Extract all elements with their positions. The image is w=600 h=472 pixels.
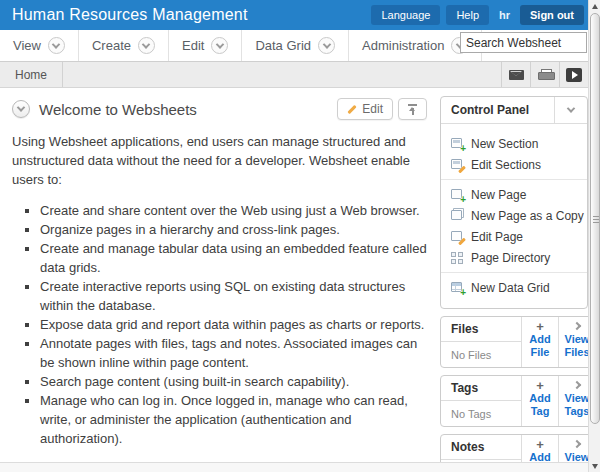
menu-tab-edit[interactable]: Edit: [169, 30, 242, 61]
edit-section-button[interactable]: Edit: [337, 98, 393, 120]
websheet-app: Human Resources Management Language Help…: [0, 0, 600, 472]
print-icon[interactable]: [531, 62, 559, 87]
presentation-icon[interactable]: [560, 62, 588, 87]
new-page-copy-icon: [451, 209, 464, 222]
mail-icon[interactable]: [502, 62, 530, 87]
control-panel-item-edit-page[interactable]: Edit Page: [451, 226, 577, 247]
list-item: Expose data grid and report data within …: [40, 315, 427, 334]
scrollbar-grip: [593, 216, 599, 223]
menu-tab-data-grid[interactable]: Data Grid: [242, 30, 349, 61]
language-button[interactable]: Language: [371, 5, 440, 25]
scrollbar-down-arrow[interactable]: [589, 464, 600, 472]
chevron-right-icon: [573, 440, 581, 448]
chevron-down-icon: [318, 37, 335, 54]
breadcrumb-home[interactable]: Home: [0, 62, 62, 87]
section-intro: Using Websheet applications, end users c…: [12, 132, 427, 189]
notes-panel-title: Notes: [441, 435, 521, 460]
scrollbar-up-arrow[interactable]: [589, 0, 600, 13]
app-title: Human Resources Management: [0, 6, 248, 24]
new-section-icon: [451, 137, 464, 150]
chevron-right-icon: [573, 381, 581, 389]
chevron-right-icon: [573, 322, 581, 330]
list-item: Manage who can log in. Once logged in, m…: [40, 391, 427, 448]
sidebar: Control Panel New Section Edit Sections: [440, 96, 596, 472]
feature-list: Create and share content over the Web us…: [40, 201, 427, 448]
scroll-top-icon: [408, 104, 417, 115]
search-input[interactable]: [460, 32, 587, 53]
section-header: Welcome to Websheets Edit: [12, 96, 427, 122]
scrollbar-thumb[interactable]: [590, 13, 600, 424]
app-header: Human Resources Management Language Help…: [0, 0, 600, 30]
list-item: Create and share content over the Web us…: [40, 201, 427, 220]
new-data-grid-icon: [451, 281, 464, 294]
tags-panel: Tags No Tags + Add Tag View Tags: [440, 375, 596, 427]
control-panel-item-new-page-copy[interactable]: New Page as a Copy: [451, 205, 577, 226]
scroll-top-button[interactable]: [398, 98, 427, 120]
menu-tab-view[interactable]: View: [0, 30, 79, 61]
control-panel-item-edit-sections[interactable]: Edit Sections: [451, 154, 577, 175]
control-panel-item-page-directory[interactable]: Page Directory: [451, 247, 577, 268]
collapse-panel-icon[interactable]: [554, 97, 587, 123]
list-item: Create interactive reports using SQL on …: [40, 277, 427, 315]
edit-page-icon: [451, 230, 464, 243]
vertical-scrollbar[interactable]: [588, 0, 600, 472]
menu-tab-create[interactable]: Create: [79, 30, 169, 61]
add-tag-link[interactable]: + Add Tag: [521, 376, 558, 426]
plus-icon: +: [536, 320, 544, 333]
content-area: Welcome to Websheets Edit Using Websheet…: [0, 88, 437, 472]
control-panel-title: Control Panel: [441, 97, 554, 123]
control-panel-item-new-section[interactable]: New Section: [451, 133, 577, 154]
breadcrumb-bar: Home: [0, 62, 588, 88]
control-panel: Control Panel New Section Edit Sections: [440, 96, 588, 309]
help-button[interactable]: Help: [446, 5, 489, 25]
list-item: Annotate pages with files, tags and note…: [40, 334, 427, 372]
section-title: Welcome to Websheets: [39, 101, 197, 118]
edit-sections-icon: [451, 158, 464, 171]
chevron-down-icon: [48, 37, 65, 54]
list-item: Create and manage tabular data using an …: [40, 239, 427, 277]
files-panel: Files No Files + Add File View Files: [440, 316, 596, 368]
page-footer-divider: [0, 462, 600, 472]
chevron-down-icon: [138, 37, 155, 54]
chevron-down-icon: [211, 37, 228, 54]
tags-empty-text: No Tags: [441, 401, 521, 426]
sign-out-button[interactable]: Sign out: [520, 5, 584, 25]
list-item: Organize pages in a hierarchy and cross-…: [40, 220, 427, 239]
control-panel-item-new-data-grid[interactable]: New Data Grid: [451, 277, 577, 298]
list-item: Search page content (using built-in sear…: [40, 372, 427, 391]
plus-icon: +: [536, 379, 544, 392]
files-empty-text: No Files: [441, 342, 521, 367]
pencil-icon: [348, 104, 357, 113]
new-page-icon: [451, 188, 464, 201]
plus-icon: +: [536, 438, 544, 451]
collapse-section-icon[interactable]: [12, 100, 30, 118]
files-panel-title: Files: [441, 317, 521, 342]
control-panel-item-new-page[interactable]: New Page: [451, 184, 577, 205]
add-file-link[interactable]: + Add File: [521, 317, 558, 367]
username-label: hr: [495, 9, 514, 21]
header-actions: Language Help hr Sign out: [371, 5, 584, 25]
tags-panel-title: Tags: [441, 376, 521, 401]
page-directory-icon: [451, 251, 464, 264]
